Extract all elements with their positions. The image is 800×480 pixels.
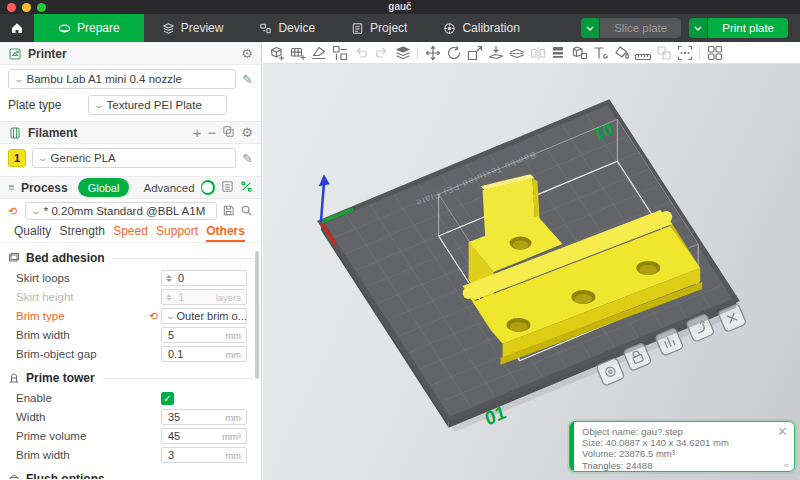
slice-plate-group: Slice plate (581, 18, 681, 38)
setting-label: Brim width (16, 329, 161, 341)
beam-flange-round-right (660, 211, 672, 223)
chevron-down-icon: ⌄ (31, 206, 42, 216)
variable-layer-height-icon[interactable] (548, 43, 569, 63)
printer-model-select[interactable]: ⌄ Bambu Lab A1 mini 0.4 nozzle (8, 69, 236, 89)
auto-orient-icon[interactable] (308, 43, 329, 63)
search-icon[interactable] (240, 204, 253, 219)
rotate-icon[interactable] (443, 43, 464, 63)
printer-section-title: Printer (28, 47, 67, 61)
slice-plate-button[interactable]: Slice plate (600, 18, 681, 38)
add-filament-icon[interactable]: + (193, 125, 202, 140)
main-navbar: Prepare Preview Device Project Calibrati… (0, 14, 800, 42)
tab-strength[interactable]: Strength (60, 224, 105, 242)
object-volume-line: Volume: 23876.5 mm³ (582, 448, 788, 459)
advanced-toggle[interactable] (201, 180, 215, 195)
text-icon[interactable] (590, 43, 611, 63)
enable-checkbox[interactable]: ✓ (161, 392, 174, 405)
slice-options-chevron[interactable] (581, 18, 599, 38)
cut-icon[interactable] (506, 43, 527, 63)
sync-filament-icon[interactable] (222, 125, 235, 140)
skirt-loops-field[interactable]: 0 (161, 270, 247, 286)
home-button[interactable] (0, 14, 34, 42)
object-info-card: Object name: gau?.step Size: 40.0887 x 1… (569, 421, 795, 472)
group-title: Bed adhesion (26, 251, 105, 265)
process-preset-select[interactable]: ⌄ * 0.20mm Standard @BBL A1M (25, 202, 217, 220)
tab-others[interactable]: Others (206, 224, 245, 242)
filament-edit-icon[interactable]: ✎ (242, 151, 253, 166)
tab-calibration[interactable]: Calibration (425, 14, 537, 42)
add-plate-icon[interactable] (287, 43, 308, 63)
mesh-boolean-icon[interactable] (569, 43, 590, 63)
setting-label: Enable (16, 392, 161, 404)
brim-type-select[interactable]: ⌄ Outer brim o... (161, 308, 247, 324)
filament-slot-swatch[interactable]: 1 (8, 149, 26, 167)
setting-label: Brim-object gap (16, 348, 161, 360)
printer-edit-icon[interactable]: ✎ (242, 72, 253, 87)
save-preset-icon[interactable] (222, 204, 235, 219)
object-size-line: Size: 40.0887 x 140 x 34.6201 mm (582, 437, 788, 448)
calibration-icon (443, 22, 456, 35)
seam-icon[interactable] (674, 43, 695, 63)
setting-row-prime-volume: Prime volume 45 mm³ (0, 427, 261, 445)
scope-global-button[interactable]: Global (78, 178, 130, 197)
remove-filament-icon[interactable]: − (208, 125, 217, 140)
scene-3d[interactable]: Bambu Textured PEI Plate 01 01 (263, 64, 800, 480)
arrange-icon[interactable] (329, 43, 350, 63)
tab-device[interactable]: Device (241, 14, 333, 42)
home-icon (10, 21, 24, 35)
group-prime-tower: Prime tower (0, 366, 261, 388)
reset-value-icon[interactable]: ⟲ (149, 310, 158, 323)
flatten-icon[interactable] (485, 43, 506, 63)
add-object-icon[interactable] (266, 43, 287, 63)
setting-row-enable: Enable ✓ (0, 389, 261, 407)
tower-brim-width-field[interactable]: 3 mm (161, 447, 247, 463)
tab-label: Project (370, 21, 407, 35)
group-flush-options: Flush options (0, 467, 261, 479)
parameter-table-icon[interactable] (221, 180, 234, 195)
spinner-arrows-icon[interactable] (162, 275, 172, 282)
setting-row-width: Width 35 mm (0, 408, 261, 426)
plate-type-select[interactable]: ⌄ Textured PEI Plate (88, 95, 227, 115)
layers-icon[interactable] (392, 43, 413, 63)
advanced-label: Advanced (144, 182, 195, 194)
sidebar: Printer ⚙ ⌄ Bambu Lab A1 mini 0.4 nozzle… (0, 42, 262, 480)
setting-row-brim-width: Brim width 5 mm (0, 326, 261, 344)
filament-select[interactable]: ⌄ Generic PLA (32, 148, 236, 168)
filament-settings-gear-icon[interactable]: ⚙ (241, 126, 253, 139)
tab-speed[interactable]: Speed (113, 224, 148, 242)
tab-project[interactable]: Project (333, 14, 425, 42)
prime-volume-field[interactable]: 45 mm³ (161, 428, 247, 444)
group-title: Prime tower (26, 371, 95, 385)
info-card-resize-handle[interactable] (784, 464, 789, 467)
reset-preset-icon[interactable]: ⟲ (8, 205, 17, 218)
tab-preview[interactable]: Preview (144, 14, 242, 42)
brim-width-field[interactable]: 5 mm (161, 327, 247, 343)
move-icon[interactable] (422, 43, 443, 63)
prime-tower-width-field[interactable]: 35 mm (161, 409, 247, 425)
print-options-chevron[interactable] (689, 18, 707, 38)
scope-objects-button[interactable]: Objects (129, 178, 131, 197)
printer-settings-gear-icon[interactable]: ⚙ (241, 47, 253, 60)
measure-icon[interactable] (632, 43, 653, 63)
viewport-3d[interactable]: Bambu Textured PEI Plate 01 01 (263, 42, 800, 480)
tab-label: Preview (181, 21, 224, 35)
setting-label: Width (16, 411, 161, 423)
assembly-icon (653, 43, 674, 63)
info-card-close-icon[interactable]: ✕ (777, 425, 788, 438)
split-icon[interactable] (704, 43, 725, 63)
print-plate-button[interactable]: Print plate (708, 18, 788, 38)
tab-prepare[interactable]: Prepare (34, 14, 144, 42)
parameter-compare-icon[interactable] (240, 180, 253, 195)
tab-quality[interactable]: Quality (14, 224, 51, 242)
spinner-arrows-icon (162, 294, 172, 301)
brim-object-gap-field[interactable]: 0.1 mm (161, 346, 247, 362)
paint-icon[interactable] (611, 43, 632, 63)
tab-support[interactable]: Support (156, 224, 198, 242)
redo-icon (371, 43, 392, 63)
object-name-line: Object name: gau?.step (582, 426, 788, 437)
settings-scrollbar[interactable] (255, 251, 259, 379)
cross-hole-inner (513, 241, 529, 250)
bed-adhesion-icon (8, 252, 20, 264)
skirt-height-field: 1 layers (161, 289, 247, 305)
scale-icon[interactable] (464, 43, 485, 63)
